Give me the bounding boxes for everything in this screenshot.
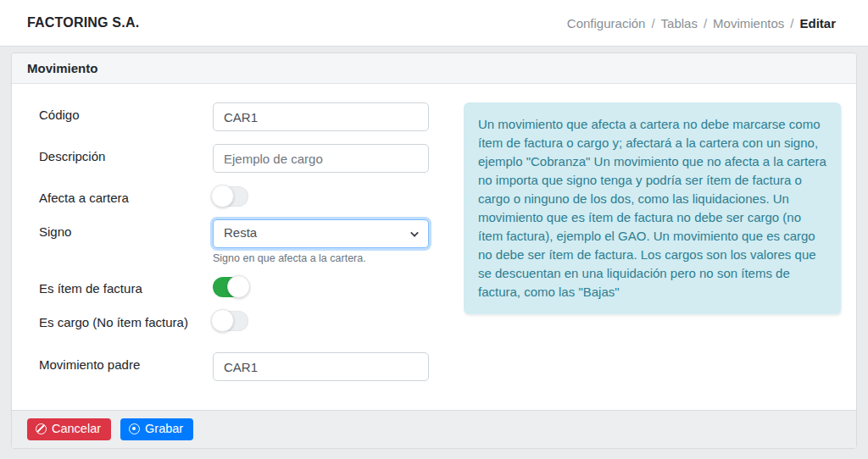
signo-select[interactable]: Resta	[213, 219, 429, 248]
es-cargo-label: Es cargo (No ítem factura)	[27, 310, 213, 329]
record-icon	[129, 423, 140, 434]
signo-help-text: Signo en que afecta a la cartera.	[213, 252, 429, 264]
afecta-cartera-label: Afecta a cartera	[27, 185, 213, 205]
es-item-factura-label: Es ítem de factura	[27, 276, 213, 296]
es-cargo-row: Es cargo (No ítem factura)	[27, 310, 441, 334]
toggle-knob	[211, 185, 234, 207]
toggle-knob	[211, 309, 234, 332]
es-cargo-toggle[interactable]	[213, 311, 248, 331]
descripcion-label: Descripción	[27, 144, 213, 163]
breadcrumb-tablas[interactable]: Tablas	[661, 16, 698, 30]
breadcrumb-movimientos[interactable]: Movimientos	[713, 16, 784, 30]
cancel-button[interactable]: Cancelar	[27, 418, 111, 440]
breadcrumb: Configuración / Tablas / Movimientos / E…	[567, 16, 841, 30]
movimiento-padre-label: Movimiento padre	[27, 352, 213, 372]
top-navbar: FACTORING S.A. Configuración / Tablas / …	[0, 0, 868, 47]
ban-icon	[36, 423, 47, 434]
codigo-label: Código	[27, 102, 213, 122]
card-body: Código Descripción Afecta a cartera	[12, 84, 856, 410]
signo-label: Signo	[27, 219, 213, 239]
toggle-knob	[227, 275, 250, 298]
signo-selected-value: Resta	[224, 225, 257, 240]
info-box: Un movimiento que afecta a cartera no de…	[464, 102, 841, 314]
save-button-label: Grabar	[145, 422, 183, 436]
signo-row: Signo Resta Signo en que afecta a la car…	[27, 219, 441, 264]
descripcion-row: Descripción	[27, 144, 441, 173]
breadcrumb-editar: Editar	[799, 16, 836, 30]
chevron-down-icon	[410, 229, 419, 237]
codigo-row: Código	[27, 102, 441, 131]
descripcion-input[interactable]	[213, 144, 429, 173]
save-button[interactable]: Grabar	[120, 418, 193, 440]
card-footer: Cancelar Grabar	[12, 410, 856, 448]
es-item-factura-toggle[interactable]	[213, 277, 248, 297]
movimiento-padre-row: Movimiento padre	[27, 352, 441, 381]
codigo-input[interactable]	[213, 102, 429, 131]
afecta-cartera-row: Afecta a cartera	[27, 185, 441, 209]
afecta-cartera-toggle[interactable]	[213, 186, 248, 207]
card-title: Movimiento	[12, 53, 856, 84]
breadcrumb-configuracion[interactable]: Configuración	[567, 16, 646, 30]
breadcrumb-separator: /	[790, 16, 793, 30]
movimiento-padre-input[interactable]	[213, 352, 429, 381]
movimiento-form: Código Descripción Afecta a cartera	[27, 102, 441, 394]
es-item-factura-row: Es ítem de factura	[27, 276, 441, 300]
breadcrumb-separator: /	[704, 16, 707, 30]
movimiento-card: Movimiento Código Descripción Afecta a c…	[11, 53, 857, 449]
cancel-button-label: Cancelar	[52, 422, 101, 436]
brand-logo[interactable]: FACTORING S.A.	[27, 15, 139, 30]
breadcrumb-separator: /	[651, 16, 654, 30]
